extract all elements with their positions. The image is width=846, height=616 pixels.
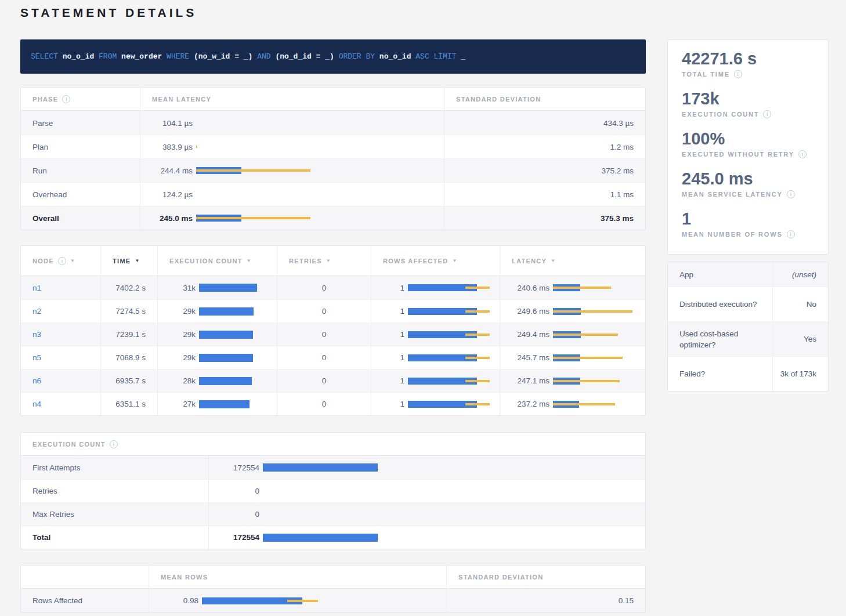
execution-count-bar [199,377,265,385]
node-table-row: n66935.7 s28k01247.1 ms [21,369,645,392]
count-value: 0 [220,510,259,519]
rows-affected-row: Rows Affected 0.98 0.15 [21,589,645,612]
stat-value: 42271.6 s [682,49,814,68]
execution-count-value: 29k [169,330,196,339]
mean-latency-cell: 104.1 µs [140,111,444,135]
phase-row-parse: Parse 104.1 µs 434.3 µs [21,111,645,135]
execution-count-bar [199,354,265,362]
stat-execution-count: 173k EXECUTION COUNT i [682,89,814,118]
node-link[interactable]: n2 [32,307,41,316]
info-icon[interactable]: i [763,110,771,118]
column-header-time[interactable]: TIME ▼ [100,246,157,276]
node-link[interactable]: n3 [32,330,41,339]
rows-affected-table: MEAN ROWS STANDARD DEVIATION Rows Affect… [20,565,646,613]
cost-based-optimizer-row: Used cost-based optimizer? Yes [668,321,828,356]
retries-value: 0 [277,393,371,415]
app-row-value: 3k of 173k [772,357,828,391]
sort-down-icon: ▼ [70,258,75,263]
phase-row-plan: Plan 383.9 µs 1.2 ms [21,135,645,158]
column-header-node[interactable]: NODE i ▼ [21,246,100,276]
time-value: 7402.2 s [100,276,157,299]
sort-down-icon: ▼ [326,258,331,263]
latency-cell: 245.7 ms [500,346,645,369]
rows-affected-value: 1 [383,284,404,292]
row-label: Rows Affected [21,589,149,612]
phase-label: Parse [21,111,140,135]
stddev-value: 0.15 [446,589,645,612]
column-header-phase[interactable]: PHASE i [21,88,140,110]
rows-affected-bar [408,400,488,408]
mean-latency-value: 104.1 µs [152,119,193,128]
info-icon[interactable]: i [62,95,70,103]
summary-stats-panel: 42271.6 s TOTAL TIME i 173k EXECUTION CO… [667,39,829,255]
app-row: App (unset) [668,262,828,287]
node-link[interactable]: n6 [32,376,41,385]
info-icon[interactable]: i [734,70,742,78]
node-link[interactable]: n1 [32,284,41,292]
mean-latency-value: 245.0 ms [152,214,193,223]
column-header-label: STANDARD DEVIATION [458,574,543,581]
distributed-execution-row: Distributed execution? No [668,287,828,321]
latency-bar [553,331,634,339]
phase-label: Run [21,159,140,182]
info-icon[interactable]: i [787,190,795,198]
mean-latency-cell: 245.0 ms [140,206,444,230]
time-value: 7239.1 s [100,323,157,346]
page-title: STATEMENT DETAILS [20,6,829,20]
sql-identifier: new_order [121,52,162,61]
stat-label-text: MEAN NUMBER OF ROWS [682,231,783,238]
column-header-retries[interactable]: RETRIES ▼ [277,246,371,276]
execution-count-header: EXECUTION COUNT i [21,433,645,455]
info-icon[interactable]: i [798,150,807,158]
column-header-label: LATENCY [512,258,547,264]
column-header-standard-deviation[interactable]: STANDARD DEVIATION [444,88,645,110]
column-header-mean-latency[interactable]: MEAN LATENCY [140,88,444,110]
stat-mean-number-of-rows: 1 MEAN NUMBER OF ROWS i [682,209,814,238]
column-header-execution-count[interactable]: EXECUTION COUNT ▼ [157,246,277,276]
info-icon[interactable]: i [110,440,118,448]
count-bar [263,463,634,472]
column-header-standard-deviation[interactable]: STANDARD DEVIATION [446,566,645,588]
time-value: 7274.5 s [100,300,157,323]
execution-count-value: 28k [169,376,196,385]
app-details-panel: App (unset) Distributed execution? No Us… [667,262,829,392]
sql-keyword: WHERE [167,52,189,61]
column-header-label: MEAN LATENCY [152,96,211,103]
mean-latency-value: 244.4 ms [152,166,193,175]
phase-label: Overhead [21,183,140,206]
rows-affected-bar [408,307,488,316]
retries-value: 0 [277,276,371,299]
app-row-value: (unset) [772,262,828,287]
phase-row-overhead: Overhead 124.2 µs 1.1 ms [21,182,645,206]
mean-rows-cell: 0.98 [149,589,446,612]
execution-count-row: Total172554 [21,526,645,549]
row-label: Retries [21,480,208,502]
info-icon[interactable]: i [58,257,66,265]
sql-keyword: FROM [99,52,117,61]
row-label: Max Retries [21,503,208,526]
stat-label-text: TOTAL TIME [682,71,730,78]
node-link[interactable]: n5 [32,353,41,362]
column-header-latency[interactable]: LATENCY ▼ [500,246,645,276]
info-icon[interactable]: i [787,230,795,238]
stat-mean-service-latency: 245.0 ms MEAN SERVICE LATENCY i [682,169,814,198]
execution-count-cell: 28k [157,369,277,392]
sql-keyword: ASC LIMIT [415,52,456,61]
rows-affected-value: 1 [383,376,404,385]
stddev-value: 434.3 µs [444,111,645,135]
latency-value: 249.6 ms [512,307,549,316]
stat-label: TOTAL TIME i [682,70,814,78]
sql-keyword: ORDER BY [339,52,375,61]
node-link[interactable]: n4 [32,400,41,408]
execution-count-cell: 31k [157,276,277,299]
stat-label-text: EXECUTION COUNT [682,111,759,118]
stat-total-time: 42271.6 s TOTAL TIME i [682,49,814,78]
column-header-rows-affected[interactable]: ROWS AFFECTED ▼ [371,246,500,276]
stat-label: MEAN SERVICE LATENCY i [682,190,814,198]
latency-cell: 237.2 ms [500,393,645,415]
mean-rows-bar [202,597,435,605]
column-header-mean-rows[interactable]: MEAN ROWS [149,566,446,588]
latency-bar [553,400,634,408]
rows-affected-bar [408,377,488,385]
mean-latency-cell: 124.2 µs [140,183,444,206]
